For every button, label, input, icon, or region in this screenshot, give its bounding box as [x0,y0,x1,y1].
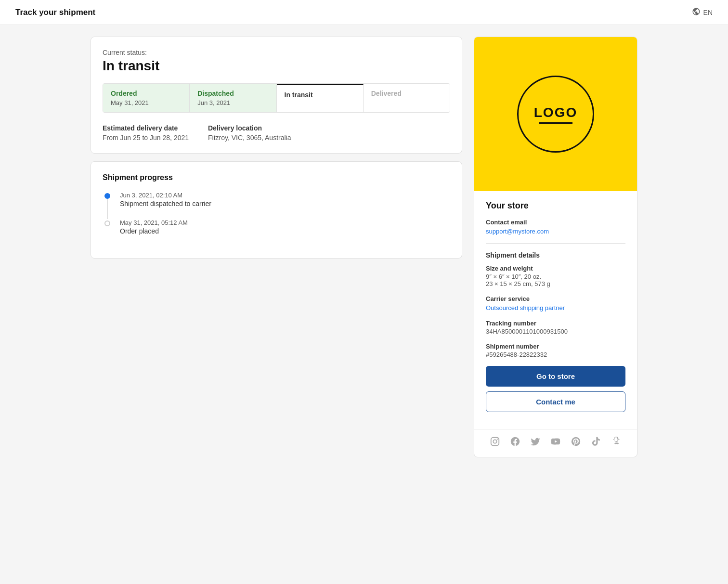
tiktok-icon[interactable] [590,436,602,447]
step-dispatched: Dispatched Jun 3, 2021 [190,84,276,112]
delivery-location-label: Delivery location [208,124,291,132]
delivery-info: Estimated delivery date From Jun 25 to J… [103,124,450,142]
page-header: Track your shipment EN [0,0,728,25]
facebook-icon[interactable] [509,436,521,447]
shipment-number-section: Shipment number #59265488-22822332 [486,343,625,358]
contact-email-label: Contact email [486,219,625,226]
delivery-location-value: Fitzroy, VIC, 3065, Australia [208,134,291,142]
store-card: LOGO Your store Contact email support@my… [474,37,637,457]
left-panel: Current status: In transit Ordered May 3… [91,37,462,457]
step-dispatched-date: Jun 3, 2021 [197,99,268,106]
timeline-dot-0 [104,193,110,199]
timeline-content-1: May 31, 2021, 05:12 AM Order placed [120,219,188,247]
carrier-value[interactable]: Outsourced shipping partner [486,304,565,311]
timeline-line-0 [107,199,108,219]
youtube-icon[interactable] [550,436,561,447]
pinterest-icon[interactable] [570,436,582,447]
step-ordered-label: Ordered [111,90,182,97]
step-in-transit-label: In transit [285,91,355,99]
language-selector[interactable]: EN [692,7,713,17]
page-title: Track your shipment [15,8,95,17]
store-name: Your store [486,201,625,211]
timeline-item-0: Jun 3, 2021, 02:10 AM Shipment dispatche… [103,192,450,219]
step-dispatched-label: Dispatched [197,90,268,97]
logo-underline [539,122,572,124]
shipment-details-label: Shipment details [486,251,625,259]
divider-1 [486,243,625,244]
step-in-transit: In transit [277,84,364,112]
timeline-dot-col-1 [103,219,112,247]
right-panel: LOGO Your store Contact email support@my… [474,37,637,457]
carrier-section: Carrier service Outsourced shipping part… [486,295,625,312]
step-delivered-label: Delivered [371,90,442,97]
store-info: Your store Contact email support@mystore… [474,191,637,429]
tracking-value: 34HA8500001101000931500 [486,328,625,335]
tracking-section: Tracking number 34HA8500001101000931500 [486,320,625,335]
carrier-label: Carrier service [486,295,625,302]
size-metric: 23 × 15 × 25 cm, 573 g [486,280,625,287]
status-title: In transit [103,58,450,74]
timeline-time-1: May 31, 2021, 05:12 AM [120,219,188,226]
timeline-dot-1 [104,221,110,226]
shipment-number-label: Shipment number [486,343,625,350]
shipment-progress-title: Shipment progress [103,173,450,182]
estimated-delivery-label: Estimated delivery date [103,124,189,132]
snapchat-icon[interactable] [611,436,622,447]
globe-icon [692,7,701,17]
step-ordered: Ordered May 31, 2021 [103,84,190,112]
delivery-location-block: Delivery location Fitzroy, VIC, 3065, Au… [208,124,291,142]
steps-container: Ordered May 31, 2021 Dispatched Jun 3, 2… [103,83,450,113]
estimated-delivery-value: From Jun 25 to Jun 28, 2021 [103,134,189,142]
timeline-event-0: Shipment dispatched to carrier [120,200,211,208]
shipment-progress-card: Shipment progress Jun 3, 2021, 02:10 AM … [91,161,462,259]
timeline-dot-col-0 [103,192,112,219]
language-label: EN [703,9,713,16]
contact-email-link[interactable]: support@mystore.com [486,228,549,235]
size-imperial: 9″ × 6″ × 10″, 20 oz. [486,273,625,280]
timeline-item-1: May 31, 2021, 05:12 AM Order placed [103,219,450,247]
go-to-store-button[interactable]: Go to store [486,366,625,387]
instagram-icon[interactable] [489,436,501,447]
timeline-event-1: Order placed [120,227,188,235]
size-weight-label: Size and weight [486,265,625,272]
timeline-content-0: Jun 3, 2021, 02:10 AM Shipment dispatche… [120,192,211,219]
step-ordered-date: May 31, 2021 [111,99,182,106]
store-logo-text: LOGO [534,105,577,120]
contact-me-button[interactable]: Contact me [486,391,625,412]
size-weight-section: Size and weight 9″ × 6″ × 10″, 20 oz. 23… [486,265,625,287]
current-status-label: Current status: [103,49,450,56]
estimated-delivery-block: Estimated delivery date From Jun 25 to J… [103,124,189,142]
contact-email-section: Contact email support@mystore.com [486,219,625,235]
timeline: Jun 3, 2021, 02:10 AM Shipment dispatche… [103,192,450,247]
twitter-icon[interactable] [530,436,541,447]
status-card: Current status: In transit Ordered May 3… [91,37,462,154]
shipment-number-value: #59265488-22822332 [486,351,625,358]
step-delivered: Delivered [364,84,450,112]
main-layout: Current status: In transit Ordered May 3… [75,25,653,469]
store-logo-circle: LOGO [517,76,594,153]
social-icons [474,429,637,457]
tracking-label: Tracking number [486,320,625,327]
timeline-time-0: Jun 3, 2021, 02:10 AM [120,192,211,199]
store-logo-area: LOGO [474,37,637,191]
